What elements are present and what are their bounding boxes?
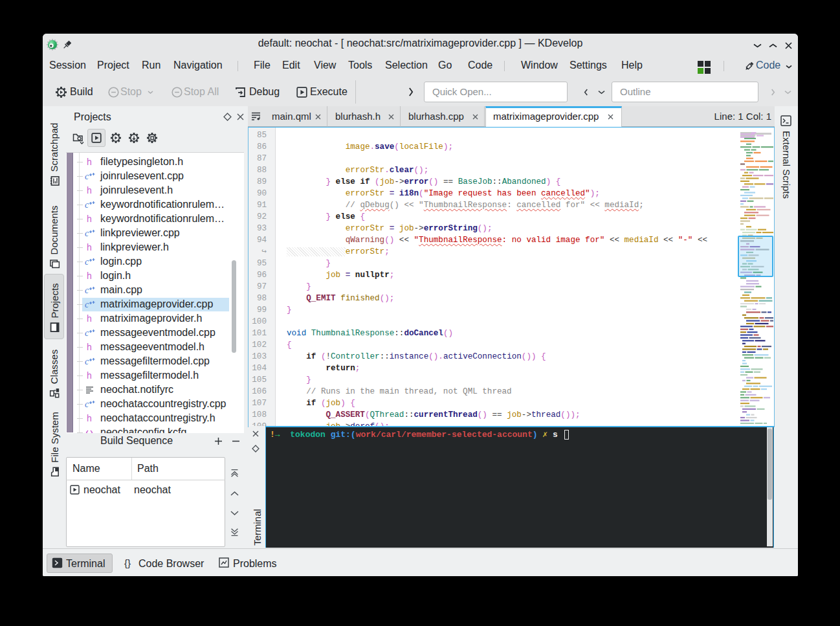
svg-text:c: c [85, 300, 89, 309]
svg-text:h: h [87, 313, 92, 324]
svg-text:h: h [87, 185, 92, 196]
svg-text:c: c [85, 399, 89, 409]
svg-text:c: c [85, 200, 89, 210]
svg-text:h: h [87, 342, 92, 352]
svg-text:c: c [85, 328, 89, 338]
svg-text:c: c [85, 285, 89, 295]
svg-text:h: h [87, 271, 92, 281]
svg-text:c: c [85, 172, 89, 181]
svg-text:c: c [85, 357, 89, 366]
svg-text:h: h [87, 214, 92, 224]
svg-text:h: h [87, 242, 92, 252]
svg-text:h: h [87, 157, 92, 167]
svg-text:c: c [85, 257, 89, 267]
svg-text:h: h [87, 413, 92, 423]
svg-text:c: c [85, 229, 89, 238]
svg-text:h: h [87, 370, 92, 381]
